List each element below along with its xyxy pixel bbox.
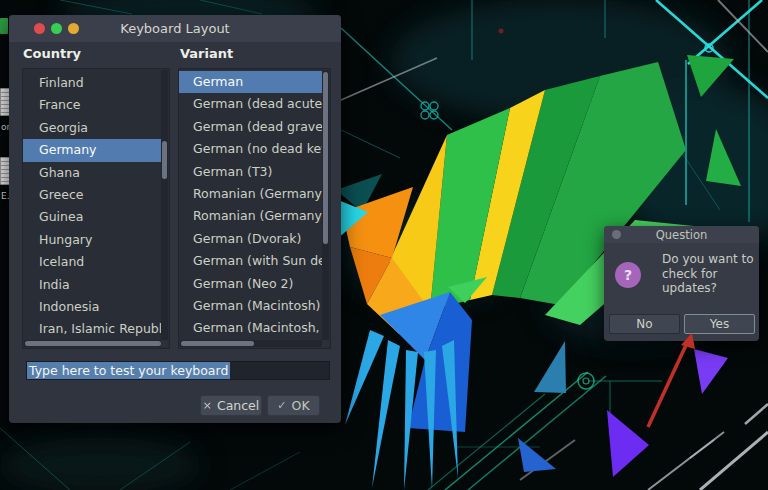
titlebar[interactable]: Keyboard Layout (9, 15, 341, 42)
variant-row[interactable]: German (with Sun dead k (179, 250, 322, 272)
question-mark-icon: ? (615, 262, 641, 288)
maximize-button[interactable] (68, 23, 79, 34)
yes-button[interactable]: Yes (684, 314, 755, 334)
titlebar[interactable]: Question (604, 226, 759, 243)
ok-label: OK (292, 398, 310, 413)
no-button[interactable]: No (609, 314, 680, 334)
variant-row[interactable]: German (dead acute) (179, 93, 322, 115)
country-row[interactable]: Finland (23, 72, 161, 94)
country-row[interactable]: Iceland (23, 251, 161, 273)
question-dialog-title: Question (604, 228, 759, 242)
close-icon: × (203, 399, 212, 412)
cancel-button[interactable]: × Cancel (200, 395, 262, 416)
country-row[interactable]: Ghana (23, 162, 161, 184)
scrollbar-thumb[interactable] (181, 341, 254, 346)
scrollbar-thumb[interactable] (25, 341, 161, 346)
question-message: Do you want to check for updates? (662, 252, 756, 296)
country-row-selected[interactable]: Germany (23, 139, 161, 161)
scrollbar-thumb[interactable] (323, 72, 328, 244)
country-row[interactable]: Hungary (23, 229, 161, 251)
variant-row[interactable]: German (no dead keys) (179, 138, 322, 160)
country-row[interactable]: Iran, Islamic Republic of (23, 318, 161, 340)
country-row[interactable]: Indonesia (23, 296, 161, 318)
country-vscrollbar[interactable] (161, 70, 168, 340)
cancel-label: Cancel (217, 398, 259, 413)
keyboard-test-input[interactable]: Type here to test your keyboard (26, 361, 330, 380)
scrollbar-corner (161, 340, 168, 347)
variant-list[interactable]: German German (dead acute) German (dead … (178, 68, 331, 349)
variant-hscrollbar[interactable] (180, 340, 322, 347)
window-button[interactable] (612, 230, 621, 239)
variant-row[interactable]: German (dead grave acut (179, 116, 322, 138)
country-row[interactable]: Georgia (23, 117, 161, 139)
yes-label: Yes (710, 317, 729, 331)
country-row[interactable]: India (23, 274, 161, 296)
question-dialog: Question ? Do you want to check for upda… (604, 226, 759, 341)
selected-input-text: Type here to test your keyboard (27, 362, 230, 379)
ok-button[interactable]: ✓ OK (267, 395, 320, 416)
variant-row-selected[interactable]: German (179, 71, 322, 93)
variant-row[interactable]: German (T3) (179, 161, 322, 183)
no-label: No (636, 317, 652, 331)
variant-vscrollbar[interactable] (322, 70, 329, 340)
variant-row[interactable]: German (Dvorak) (179, 228, 322, 250)
variant-row[interactable]: Romanian (Germany) (179, 183, 322, 205)
close-button[interactable] (34, 23, 45, 34)
variant-row[interactable]: German (Neo 2) (179, 273, 322, 295)
scrollbar-thumb[interactable] (162, 141, 167, 179)
variant-row[interactable]: German (Macintosh) (179, 295, 322, 317)
taskbar-icon-fragment[interactable] (0, 18, 8, 34)
keyboard-layout-dialog: Keyboard Layout Country Variant Finland … (9, 15, 341, 423)
desktop-screen: or E. Keyboard Layout Country Variant Fi… (0, 0, 768, 490)
check-icon: ✓ (277, 399, 286, 412)
country-row[interactable]: Guinea (23, 206, 161, 228)
country-list[interactable]: Finland France Georgia Germany Ghana Gre… (22, 68, 170, 349)
country-header: Country (23, 46, 81, 61)
scrollbar-corner (322, 340, 329, 347)
variant-row[interactable]: German (Macintosh, no d (179, 317, 322, 339)
variant-row[interactable]: Romanian (Germany, no (179, 205, 322, 227)
country-hscrollbar[interactable] (24, 340, 161, 347)
variant-header: Variant (180, 46, 233, 61)
minimize-button[interactable] (51, 23, 62, 34)
country-row[interactable]: France (23, 94, 161, 116)
country-row[interactable]: Greece (23, 184, 161, 206)
